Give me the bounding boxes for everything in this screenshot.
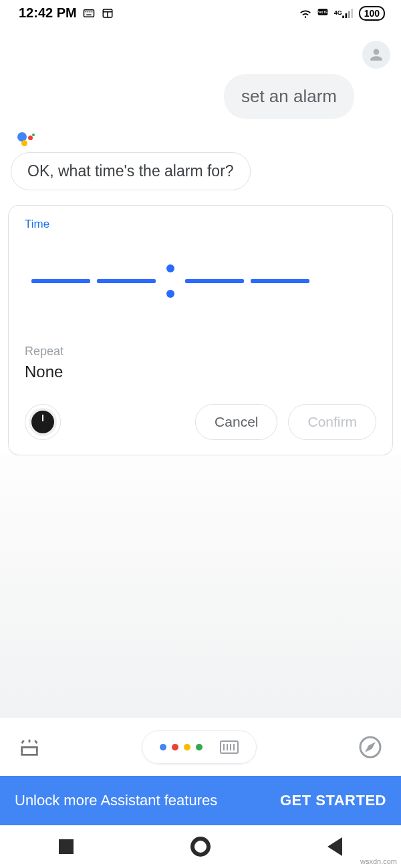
recents-button[interactable] bbox=[59, 839, 74, 854]
promo-cta-button[interactable]: GET STARTED bbox=[280, 792, 386, 809]
svg-rect-11 bbox=[342, 15, 344, 18]
svg-rect-5 bbox=[86, 14, 92, 15]
watermark: wsxdn.com bbox=[360, 857, 397, 865]
time-label: Time bbox=[25, 218, 376, 231]
svg-rect-12 bbox=[345, 13, 347, 18]
assistant-voice-pill[interactable] bbox=[142, 730, 257, 764]
home-button[interactable] bbox=[191, 837, 210, 856]
repeat-value[interactable]: None bbox=[25, 363, 376, 381]
repeat-label: Repeat bbox=[25, 345, 376, 359]
assistant-message-bubble: OK, what time's the alarm for? bbox=[11, 152, 251, 190]
svg-rect-1 bbox=[85, 11, 86, 13]
cancel-button[interactable]: Cancel bbox=[195, 404, 277, 440]
keyboard-icon[interactable] bbox=[220, 740, 239, 754]
svg-line-17 bbox=[35, 740, 37, 743]
alarm-card: Time Repeat None Cancel Confirm bbox=[8, 205, 393, 455]
empty-area bbox=[0, 455, 401, 718]
system-navbar bbox=[0, 825, 401, 868]
minute-ones-slot[interactable] bbox=[251, 279, 309, 283]
conversation-area: set an alarm OK, what time's the alarm f… bbox=[0, 23, 401, 205]
clock-app-button[interactable] bbox=[25, 404, 61, 440]
wifi-icon bbox=[299, 7, 312, 19]
assistant-input-bar bbox=[0, 718, 401, 776]
battery-indicator: 100 bbox=[359, 6, 385, 21]
hour-ones-slot[interactable] bbox=[97, 279, 156, 283]
clock-icon bbox=[31, 411, 54, 433]
lens-icon[interactable] bbox=[17, 735, 41, 759]
hour-tens-slot[interactable] bbox=[31, 279, 90, 283]
svg-rect-3 bbox=[89, 11, 90, 13]
keyboard-status-icon bbox=[82, 7, 96, 19]
promo-banner[interactable]: Unlock more Assistant features GET START… bbox=[0, 776, 401, 825]
minute-tens-slot[interactable] bbox=[185, 279, 244, 283]
time-picker[interactable] bbox=[25, 264, 376, 298]
svg-line-15 bbox=[22, 740, 24, 743]
svg-rect-2 bbox=[87, 11, 88, 13]
explore-icon[interactable] bbox=[357, 734, 384, 761]
confirm-button[interactable]: Confirm bbox=[288, 404, 376, 440]
signal-icon: 4G bbox=[333, 7, 355, 19]
assistant-dots-icon bbox=[160, 744, 203, 750]
svg-rect-13 bbox=[348, 11, 350, 18]
svg-rect-0 bbox=[84, 9, 94, 17]
svg-text:VoLTE: VoLTE bbox=[318, 11, 327, 14]
volte-icon: VoLTE bbox=[316, 7, 329, 19]
status-time: 12:42 PM bbox=[19, 5, 77, 21]
promo-text: Unlock more Assistant features bbox=[15, 792, 217, 809]
user-message-bubble: set an alarm bbox=[224, 74, 354, 119]
time-colon bbox=[166, 264, 174, 298]
user-avatar[interactable] bbox=[362, 41, 390, 69]
news-status-icon bbox=[101, 7, 114, 19]
svg-marker-19 bbox=[368, 744, 374, 750]
status-bar: 12:42 PM VoLTE 4G 100 bbox=[0, 0, 401, 23]
back-button[interactable] bbox=[327, 837, 342, 856]
svg-rect-14 bbox=[351, 9, 353, 18]
assistant-logo-icon bbox=[17, 131, 35, 148]
svg-rect-4 bbox=[91, 11, 92, 13]
